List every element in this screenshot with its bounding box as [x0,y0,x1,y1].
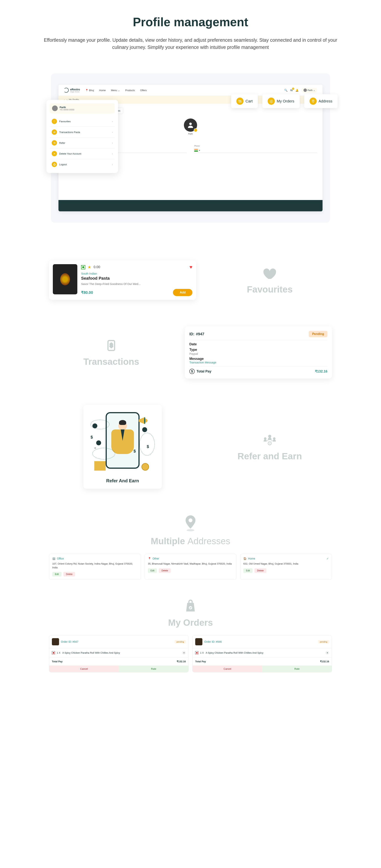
nonveg-indicator-icon [52,651,55,654]
address-card-office: 🏢Office 107, Orient Colony Rd, Nutan Soc… [49,554,141,580]
txn-message-label: Message [189,357,327,361]
rate-order-button[interactable]: Rate [262,665,332,672]
rate-order-button[interactable]: Rate [119,665,188,672]
nav-menu[interactable]: Menu ⌄ [111,89,120,92]
fab-cart[interactable]: 🛍Cart [231,94,258,108]
transactions-section-label: Transactions [49,356,173,367]
favourite-card: ★ 0.00 ♥ South Indian Seafood Pasta Savo… [49,260,196,300]
order-id-label: Order ID: #947 [61,640,78,643]
order-item-name: A Spicy Chicken Paratha Roll With Chilli… [206,651,323,654]
nav-products[interactable]: Products [125,89,135,92]
country-flag-icon[interactable] [194,149,198,152]
sidebar-item-favourites[interactable]: ♡Favourites› [50,116,115,127]
nav-home[interactable]: Home [99,89,106,92]
chevron-right-icon: › [112,131,113,133]
add-to-cart-button[interactable]: Add [173,289,192,296]
sidebar-user-name: Parth [60,106,74,109]
transaction-icon: ⇄ [52,129,57,135]
bag-icon: 🛍 [236,98,244,105]
dish-description: Savor The Deep-Fried Goodness Of Our Med… [81,282,168,285]
user-menu[interactable]: Parth ⌄ [301,88,317,93]
refer-card: $ $ $ < Refer And Earn [83,405,162,489]
svg-point-11 [187,529,194,531]
search-icon[interactable]: 🔍 [284,89,287,92]
notification-icon[interactable]: 🔔 [295,89,298,92]
sidebar-item-logout[interactable]: ⏻Logout› [50,159,115,169]
fab-address[interactable]: Address [304,94,338,108]
edit-avatar-icon[interactable] [194,128,197,132]
brand-logo[interactable]: eRestro Single Vendor [64,88,80,93]
home-icon: 🏠 [243,557,247,560]
dish-category: South Indian [81,272,192,275]
order-status-badge: pending [174,640,186,644]
sidebar-user-phone: +91 00000 00000 [60,109,74,111]
address-text: 35, Bhanusali Nagar, Nirmalsinh Vadi, Ma… [148,562,233,566]
chevron-right-icon: › [112,163,113,166]
page-subtitle: Effortlessly manage your profile. Update… [40,37,341,51]
phone-input[interactable] [201,148,317,153]
order-total-value: ₹132.16 [177,660,186,663]
refer-section-label: Refer and Earn [208,451,332,461]
sidebar-item-delete-account[interactable]: ✕Delete Your Account› [50,148,115,159]
refer-icon: ⟲ [52,140,57,146]
orders-section-icon [184,598,197,614]
sidebar-item-refer[interactable]: ⟲Refer› [50,137,115,148]
svg-point-0 [189,123,192,125]
nav-offers[interactable]: Offers [140,89,147,92]
delete-address-button[interactable]: Delete [254,568,266,573]
txn-id-value: #947 [196,332,204,336]
delete-address-button[interactable]: Delete [63,572,75,577]
pin-icon [310,98,317,105]
txn-message-value: Transaction Message [189,361,327,364]
txn-total-label: Total Pay [196,369,212,373]
edit-address-button[interactable]: Edit [52,572,62,577]
address-type-label: Office [57,557,64,560]
edit-address-button[interactable]: Edit [148,568,157,573]
order-thumbnail [195,638,202,645]
floating-action-buttons: 🛍Cart ◎My Orders Address [231,94,338,108]
status-badge: Pending [309,331,327,337]
address-card-other: 📍Other 35, Bhanusali Nagar, Nirmalsinh V… [145,554,236,580]
expand-icon[interactable]: ▾ [325,651,329,655]
sidebar-avatar-icon [52,105,58,111]
transaction-card: ID: #947 Pending Date Type Paypal Messag… [185,326,332,378]
logo-swirl-icon [64,88,69,93]
orders-section-title: My Orders [49,617,332,628]
order-total-label: Total Pay [52,660,63,663]
sidebar-item-transactions[interactable]: ⇄Transactions Pasta› [50,127,115,137]
profile-avatar[interactable] [184,119,197,132]
target-icon: ◎ [267,98,275,105]
location-selector[interactable]: 📍 Bhuj [85,89,94,92]
address-type-label: Other [153,557,159,560]
svg-point-5 [268,435,271,438]
country-dropdown-icon[interactable]: ▾ [199,149,200,151]
brand-name: eRestro [70,88,80,91]
transactions-section-icon: $ [104,338,119,353]
cart-icon[interactable]: 🛍0 [290,89,293,92]
order-thumbnail [52,638,59,645]
txn-id-label: ID: [189,332,194,336]
svg-point-4 [144,417,146,424]
dollar-icon: $ [189,369,195,374]
brand-tagline: Single Vendor [70,91,80,93]
fab-my-orders[interactable]: ◎My Orders [262,94,299,108]
cancel-order-button[interactable]: Cancel [49,665,119,672]
txn-type-label: Type [189,348,327,352]
favourite-heart-icon[interactable]: ♥ [190,264,192,270]
expand-icon[interactable]: ▾ [182,651,186,655]
heart-icon: ♡ [52,119,57,124]
svg-text:$: $ [269,442,271,444]
order-total-value: ₹132.16 [320,660,329,663]
address-text: 632, Old Umed Nagar, Bhuj, Gujarat 37000… [243,562,329,566]
phone-label: Phone [194,145,317,147]
order-total-label: Total Pay [195,660,206,663]
delete-address-button[interactable]: Delete [159,568,171,573]
favourites-section-icon [262,266,277,281]
edit-address-button[interactable]: Edit [243,568,253,573]
delete-icon: ✕ [52,151,57,156]
cancel-order-button[interactable]: Cancel [193,665,262,672]
svg-point-7 [273,437,276,440]
addresses-section-title: Multiple Addresses [49,536,332,546]
order-id-label: Order ID: #946 [204,640,222,643]
svg-point-1 [313,100,314,101]
